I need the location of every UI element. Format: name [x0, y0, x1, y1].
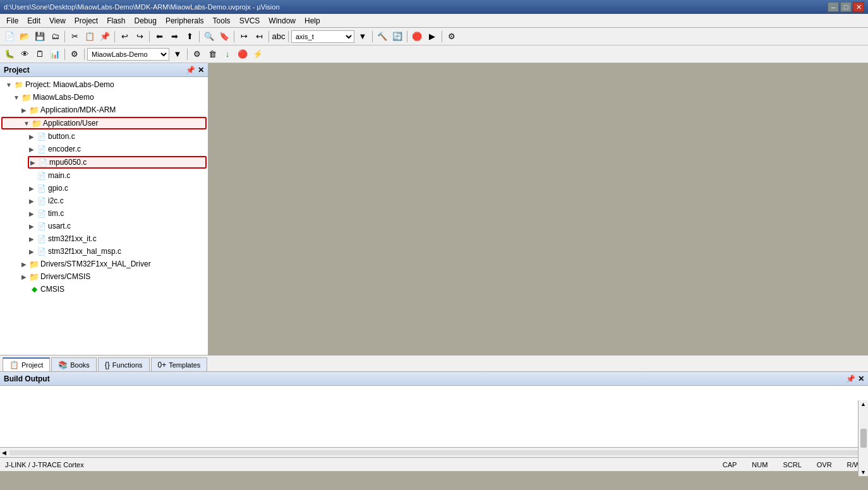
tree-miaow[interactable]: ▼ 📁 MiaowLabs-Demo: [0, 91, 208, 104]
outdent-button[interactable]: ↤: [252, 30, 266, 44]
expand-tim-c[interactable]: ▶: [28, 210, 35, 217]
bookmark-button[interactable]: 🔖: [217, 30, 231, 44]
build-button[interactable]: 🔨: [375, 30, 389, 44]
expand-mpu6050-c[interactable]: ▶: [29, 158, 37, 166]
tab-project-label: Project: [21, 361, 43, 369]
expand-stm32-it[interactable]: ▶: [28, 235, 35, 242]
nav-up-button[interactable]: ⬆: [183, 30, 196, 44]
menu-item-edit[interactable]: Edit: [23, 15, 44, 27]
expand-drivers-stm[interactable]: ▶: [20, 260, 28, 268]
undo-button[interactable]: ↩: [118, 30, 131, 44]
expand-button-c[interactable]: ▶: [28, 133, 35, 140]
expand-encoder-c[interactable]: ▶: [28, 145, 35, 153]
target-combo[interactable]: axis_t: [291, 30, 354, 43]
expand-main-c[interactable]: [28, 172, 35, 179]
stop-button[interactable]: 🛑: [410, 30, 424, 44]
sep6: [268, 31, 269, 42]
menu-item-project[interactable]: Project: [71, 15, 102, 27]
target-options-button[interactable]: ▼: [356, 30, 370, 44]
tab-functions[interactable]: {} Functions: [98, 357, 150, 371]
expand-cmsis[interactable]: [20, 285, 28, 293]
debug-button[interactable]: 🐛: [3, 47, 16, 61]
maximize-button[interactable]: □: [840, 2, 852, 12]
tree-stm32-hal-c[interactable]: ▶ 📄 stm32f1xx_hal_msp.c: [0, 245, 208, 258]
tree-root[interactable]: ▼ 📁 Project: MiaowLabs-Demo: [0, 78, 208, 91]
save-all-button[interactable]: 🗂: [48, 30, 62, 44]
mem-button[interactable]: 🗒: [33, 47, 47, 61]
expand-miaow[interactable]: ▼: [13, 93, 20, 101]
manage-button[interactable]: ⚙: [68, 47, 81, 61]
search-button[interactable]: 🔍: [202, 30, 216, 44]
new-file-button[interactable]: 📄: [3, 30, 16, 44]
tab-templates[interactable]: 0+ Templates: [151, 357, 208, 371]
tree-mpu6050-c[interactable]: ▶ 📄 mpu6050.c: [28, 156, 207, 169]
menu-item-help[interactable]: Help: [301, 15, 324, 27]
tree-cmsis[interactable]: ◆ CMSIS: [0, 283, 208, 296]
close-panel-icon[interactable]: ✕: [198, 66, 204, 75]
h-scroll-left[interactable]: ◀: [0, 450, 8, 456]
project-combo[interactable]: MiaowLabs-Demo: [87, 48, 169, 61]
close-build-icon[interactable]: ✕: [858, 374, 864, 383]
project-combo-btn[interactable]: ▼: [171, 47, 184, 61]
close-button[interactable]: ✕: [853, 2, 864, 12]
menu-item-file[interactable]: File: [3, 15, 22, 27]
clean-button[interactable]: 🗑: [205, 47, 219, 61]
rebuild-button[interactable]: 🔄: [390, 30, 404, 44]
menu-item-peripherals[interactable]: Peripherals: [162, 15, 208, 27]
menu-item-svcs[interactable]: SVCS: [236, 15, 264, 27]
file-mpu6050-icon: 📄: [38, 157, 48, 167]
tree-encoder-c[interactable]: ▶ 📄 encoder.c: [0, 143, 208, 155]
tree-button-c[interactable]: ▶ 📄 button.c: [0, 130, 208, 143]
tree-stm32-it-c[interactable]: ▶ 📄 stm32f1xx_it.c: [0, 232, 208, 245]
file-i2c-icon: 📄: [37, 196, 47, 206]
run-button[interactable]: ▶: [425, 30, 439, 44]
perf-button[interactable]: 📊: [48, 47, 62, 61]
tree-main-c[interactable]: 📄 main.c: [0, 169, 208, 182]
minimize-button[interactable]: –: [828, 2, 839, 12]
scroll-down-arrow[interactable]: ▼: [860, 469, 866, 475]
tree-app-mdk[interactable]: ▶ 📁 Application/MDK-ARM: [0, 104, 208, 116]
tree-usart-c[interactable]: ▶ 📄 usart.c: [0, 220, 208, 232]
expand-root[interactable]: ▼: [5, 81, 13, 88]
settings2-button[interactable]: ⚙: [190, 47, 204, 61]
tab-books[interactable]: 📚 Books: [51, 357, 97, 371]
pin-icon[interactable]: 📌: [186, 66, 195, 75]
cut-button[interactable]: ✂: [68, 30, 81, 44]
expand-stm32-hal[interactable]: ▶: [28, 248, 35, 255]
expand-app-mdk[interactable]: ▶: [20, 106, 28, 114]
watch-button[interactable]: 👁: [18, 47, 32, 61]
nav-fwd-button[interactable]: ➡: [167, 30, 181, 44]
erase-button[interactable]: 🔴: [236, 47, 250, 61]
save-button[interactable]: 💾: [33, 30, 47, 44]
expand-drivers-cmsis[interactable]: ▶: [20, 273, 28, 280]
scroll-up-arrow[interactable]: ▲: [860, 401, 866, 407]
flash-button[interactable]: ⚡: [251, 47, 265, 61]
pin-build-icon[interactable]: 📌: [846, 374, 855, 383]
tree-app-user[interactable]: ▼ 📁 Application/User: [1, 117, 207, 129]
tree-i2c-c[interactable]: ▶ 📄 i2c.c: [0, 194, 208, 207]
settings-button[interactable]: ⚙: [445, 30, 459, 44]
redo-button[interactable]: ↪: [133, 30, 147, 44]
open-file-button[interactable]: 📂: [18, 30, 32, 44]
expand-i2c-c[interactable]: ▶: [28, 197, 35, 205]
menu-item-view[interactable]: View: [45, 15, 69, 27]
tree-tim-c[interactable]: ▶ 📄 tim.c: [0, 207, 208, 220]
spell-button[interactable]: abc: [272, 30, 286, 44]
menu-item-tools[interactable]: Tools: [209, 15, 234, 27]
download-button[interactable]: ↓: [220, 47, 234, 61]
expand-app-user[interactable]: ▼: [23, 119, 30, 127]
build-output-title: Build Output: [4, 374, 50, 383]
indent-button[interactable]: ↦: [237, 30, 251, 44]
copy-button[interactable]: 📋: [83, 30, 97, 44]
tab-project[interactable]: 📋 Project: [3, 357, 50, 371]
tree-gpio-c[interactable]: ▶ 📄 gpio.c: [0, 182, 208, 194]
paste-button[interactable]: 📌: [98, 30, 112, 44]
menu-item-debug[interactable]: Debug: [131, 15, 160, 27]
menu-item-window[interactable]: Window: [265, 15, 299, 27]
expand-gpio-c[interactable]: ▶: [28, 184, 35, 192]
tree-drivers-stm[interactable]: ▶ 📁 Drivers/STM32F1xx_HAL_Driver: [0, 258, 208, 270]
menu-item-flash[interactable]: Flash: [103, 15, 129, 27]
nav-back-button[interactable]: ⬅: [152, 30, 166, 44]
expand-usart-c[interactable]: ▶: [28, 222, 35, 230]
tree-drivers-cmsis[interactable]: ▶ 📁 Drivers/CMSIS: [0, 270, 208, 283]
